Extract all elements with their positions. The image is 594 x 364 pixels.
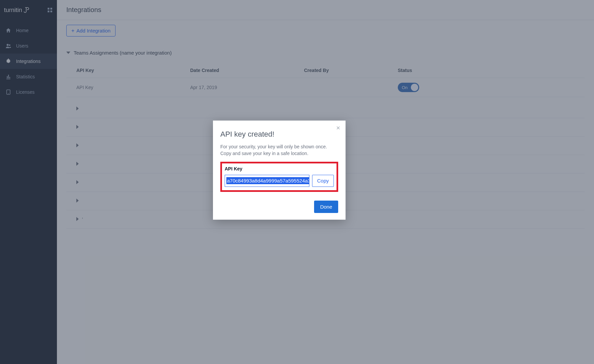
modal-actions: Done: [220, 201, 338, 213]
modal-close-button[interactable]: [334, 124, 342, 132]
api-key-value: a70c84993a8d4a9999a57a595524a328: [226, 177, 309, 184]
api-key-input[interactable]: a70c84993a8d4a9999a57a595524a328: [225, 175, 309, 187]
modal-title: API key created!: [220, 130, 338, 139]
done-button[interactable]: Done: [314, 201, 338, 213]
modal-description: For your security, your key will only be…: [220, 143, 338, 157]
api-key-field-label: API Key: [225, 166, 334, 171]
copy-button[interactable]: Copy: [312, 175, 334, 187]
api-key-modal: API key created! For your security, your…: [213, 121, 346, 220]
api-key-highlight-box: API Key a70c84993a8d4a9999a57a595524a328…: [220, 162, 338, 192]
app-root: turnitin Home: [0, 0, 594, 364]
api-key-row: a70c84993a8d4a9999a57a595524a328 Copy: [225, 175, 334, 187]
